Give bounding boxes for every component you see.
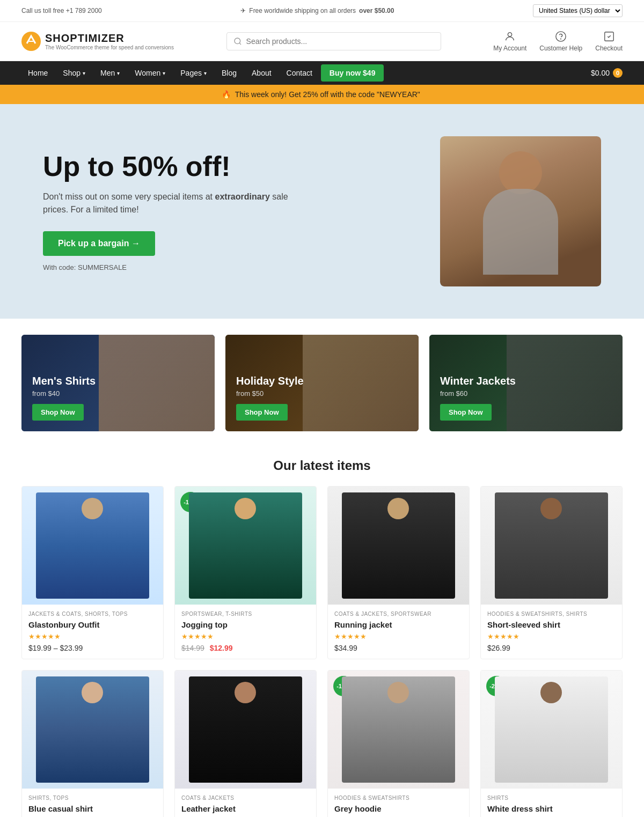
user-icon [504,31,516,42]
logo-text: SHOPTIMIZER The WooCommerce theme for sp… [45,32,174,50]
svg-point-4 [561,39,561,39]
phone-text: Call us toll free +1 789 2000 [21,7,102,14]
help-icon [555,31,567,42]
nav-home[interactable]: Home [21,61,54,85]
product-card-7[interactable]: -11% HOODIES & SWEATSHIRTS Grey hoodie ★… [327,670,470,817]
product-img-7: -11% [328,671,469,789]
holiday-style-btn[interactable]: Shop Now [236,404,288,421]
category-card-winter[interactable]: Winter Jackets from $60 Shop Now [429,335,623,431]
promo-banner: 🔥 This week only! Get 25% off with the c… [0,85,644,104]
product-info-2: SPORTSWEAR, T-SHIRTS Jogging top ★★★★★ $… [175,605,316,659]
hero-description: Don't miss out on some very special item… [43,190,301,216]
product-img-1 [22,487,163,605]
product-card-5[interactable]: SHIRTS, TOPS Blue casual shirt ★★★★★ $29… [21,670,164,817]
product-info-1: JACKETS & COATS, SHORTS, TOPS Glastonbur… [22,605,163,659]
product-card-8[interactable]: -20% SHIRTS White dress shirt ★★★★★ $34.… [480,670,623,817]
nav-men[interactable]: Men ▾ [94,61,126,85]
product-img-6 [175,671,316,789]
product-card-4[interactable]: HOODIES & SWEATSHIRTS, SHIRTS Short-slee… [480,486,623,659]
product-info-7: HOODIES & SWEATSHIRTS Grey hoodie ★★★★★ … [328,789,469,817]
nav-items: Home Shop ▾ Men ▾ Women ▾ Pages ▾ Blog A… [21,61,384,85]
country-dropdown[interactable]: United States (US) dollar [533,4,623,17]
product-info-5: SHIRTS, TOPS Blue casual shirt ★★★★★ $29… [22,789,163,817]
svg-point-1 [235,38,240,44]
logo[interactable]: SHOPTIMIZER The WooCommerce theme for sp… [21,32,174,51]
product-info-3: COATS & JACKETS, SPORTSWEAR Running jack… [328,605,469,659]
mens-shirts-price: from $40 [32,389,204,398]
plane-icon: ✈ [240,7,246,14]
svg-point-2 [508,33,512,36]
checkout-link[interactable]: Checkout [595,31,623,52]
product-card-3[interactable]: COATS & JACKETS, SPORTSWEAR Running jack… [327,486,470,659]
search-input[interactable] [246,37,434,46]
products-grid-row1: JACKETS & COATS, SHORTS, TOPS Glastonbur… [21,486,623,659]
shipping-info: ✈ Free worldwide shipping on all orders … [240,7,394,14]
product-img-2: -13% [175,487,316,605]
svg-point-3 [556,32,566,41]
category-card-mens[interactable]: Men's Shirts from $40 Shop Now [21,335,215,431]
product-info-6: COATS & JACKETS Leather jacket ★★★★★ $89… [175,789,316,817]
holiday-style-price: from $50 [236,389,408,398]
hero-image [440,136,601,286]
nav-women[interactable]: Women ▾ [128,61,172,85]
winter-jackets-title: Winter Jackets [440,375,612,387]
checkout-icon [603,31,615,42]
customer-help-link[interactable]: Customer Help [539,31,582,52]
main-nav: Home Shop ▾ Men ▾ Women ▾ Pages ▾ Blog A… [0,61,644,85]
nav-about[interactable]: About [245,61,278,85]
header-actions: My Account Customer Help Checkout [493,31,623,52]
product-img-3 [328,487,469,605]
products-grid-row2: SHIRTS, TOPS Blue casual shirt ★★★★★ $29… [21,670,623,817]
product-info-8: SHIRTS White dress shirt ★★★★★ $34.99 $2… [481,789,622,817]
winter-jackets-price: from $60 [440,389,612,398]
product-card-6[interactable]: COATS & JACKETS Leather jacket ★★★★★ $89… [174,670,317,817]
header: SHOPTIMIZER The WooCommerce theme for sp… [0,22,644,61]
products-section: Our latest items JACKETS & COATS, SHORTS… [0,447,644,817]
nav-contact[interactable]: Contact [280,61,319,85]
hero-title: Up to 50% off! [43,151,301,182]
nav-shop[interactable]: Shop ▾ [56,61,92,85]
search-icon [233,37,242,46]
product-info-4: HOODIES & SWEATSHIRTS, SHIRTS Short-slee… [481,605,622,659]
buy-now-button[interactable]: Buy now $49 [321,64,384,82]
product-card-2[interactable]: -13% SPORTSWEAR, T-SHIRTS Jogging top ★★… [174,486,317,659]
nav-pages[interactable]: Pages ▾ [174,61,213,85]
product-card-1[interactable]: JACKETS & COATS, SHORTS, TOPS Glastonbur… [21,486,164,659]
winter-jackets-btn[interactable]: Shop Now [440,404,492,421]
hero-content: Up to 50% off! Don't miss out on some ve… [43,151,301,271]
search-bar[interactable] [226,32,441,50]
category-card-holiday[interactable]: Holiday Style from $50 Shop Now [225,335,419,431]
country-selector[interactable]: United States (US) dollar [533,4,623,17]
top-bar: Call us toll free +1 789 2000 ✈ Free wor… [0,0,644,22]
hero-cta-button[interactable]: Pick up a bargain → [43,231,155,256]
cart-price: $0.00 [591,69,610,77]
my-account-link[interactable]: My Account [493,31,526,52]
holiday-style-title: Holiday Style [236,375,408,387]
fire-icon: 🔥 [222,90,231,99]
hero-promo-code: With code: SUMMERSALE [43,263,301,271]
logo-icon [21,32,41,51]
mens-shirts-title: Men's Shirts [32,375,204,387]
products-title: Our latest items [21,458,623,473]
category-cards: Men's Shirts from $40 Shop Now Holiday S… [0,319,644,447]
mens-shirts-btn[interactable]: Shop Now [32,404,84,421]
product-img-5 [22,671,163,789]
cart-area[interactable]: $0.00 0 [591,68,623,78]
hero-section: Up to 50% off! Don't miss out on some ve… [0,104,644,319]
nav-blog[interactable]: Blog [215,61,243,85]
product-img-4 [481,487,622,605]
cart-badge: 0 [613,68,623,78]
product-img-8: -20% [481,671,622,789]
